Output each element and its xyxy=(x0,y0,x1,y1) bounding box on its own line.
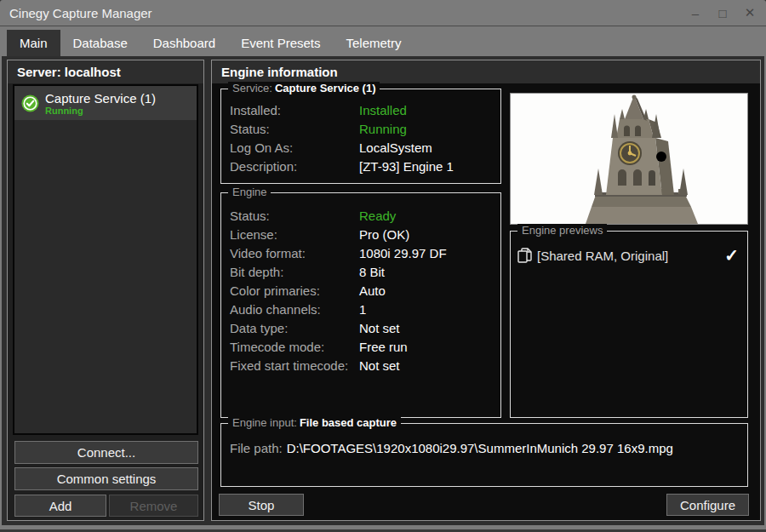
info-label: Data type: xyxy=(230,319,359,338)
maximize-icon[interactable]: □ xyxy=(713,3,732,22)
info-row-service-status: Status: Running xyxy=(230,120,500,139)
info-label: Log On As: xyxy=(230,139,359,157)
info-row-audio-channels: Audio channels: 1 xyxy=(230,300,500,319)
app-window: Cinegy Capture Manager – □ ✕ Main Databa… xyxy=(0,0,766,532)
connect-button[interactable]: Connect... xyxy=(14,441,198,464)
info-label: Installed: xyxy=(230,101,359,120)
stop-button[interactable]: Stop xyxy=(219,494,304,516)
window-controls: – □ ✕ xyxy=(686,0,759,26)
server-panel: Server: localhost Capture Service (1) Ru… xyxy=(7,60,204,521)
service-list: Capture Service (1) Running xyxy=(13,84,198,435)
tab-main[interactable]: Main xyxy=(7,30,60,56)
engine-groupbox: Engine Status: Ready License: Pro (OK) V… xyxy=(220,192,501,418)
check-icon: ✓ xyxy=(724,245,739,266)
engine-groupbox-legend: Engine xyxy=(228,186,271,198)
clock-tower-illustration xyxy=(511,94,747,224)
engine-input-groupbox: Engine input:File based capture File pat… xyxy=(220,423,748,487)
copy-page-icon xyxy=(517,248,532,264)
tab-dashboard[interactable]: Dashboard xyxy=(140,30,228,56)
add-button[interactable]: Add xyxy=(14,495,106,517)
service-legend-label: Service: xyxy=(232,82,272,94)
remove-button: Remove xyxy=(109,495,198,517)
server-panel-header: Server: localhost xyxy=(8,60,203,83)
engine-input-legend-value: File based capture xyxy=(300,416,397,429)
running-check-icon xyxy=(21,94,39,112)
info-label: Status: xyxy=(230,207,359,226)
preview-image xyxy=(510,93,748,225)
info-value: Not set xyxy=(359,319,400,338)
service-list-item[interactable]: Capture Service (1) Running xyxy=(14,86,197,120)
tab-telemetry[interactable]: Telemetry xyxy=(334,30,414,56)
info-row-fixed-start-timecode: Fixed start timecode: Not set xyxy=(230,357,500,375)
info-label: Video format: xyxy=(230,244,359,263)
close-icon[interactable]: ✕ xyxy=(740,3,759,22)
tab-database[interactable]: Database xyxy=(60,30,140,56)
tab-bar: Main Database Dashboard Event Presets Te… xyxy=(0,26,766,56)
info-row-color-primaries: Color primaries: Auto xyxy=(230,282,500,300)
engine-input-legend-label: Engine input: xyxy=(232,416,297,429)
info-label: Description: xyxy=(230,157,359,176)
engine-information-panel: Engine information Service:Capture Servi… xyxy=(211,60,761,521)
file-path-row: File path:D:\FOOTAGES\1920x1080i29.97\Su… xyxy=(230,441,747,455)
info-row-description: Description: [ZT-93] Engine 1 xyxy=(230,157,500,176)
info-label: Status: xyxy=(230,120,359,139)
info-row-logon: Log On As: LocalSystem xyxy=(230,139,500,157)
info-value: Auto xyxy=(359,282,386,300)
info-label: License: xyxy=(230,226,359,244)
info-row-timecode-mode: Timecode mode: Free run xyxy=(230,338,500,357)
info-row-video-format: Video format: 1080i 29.97 DF xyxy=(230,244,500,263)
file-path-value: D:\FOOTAGES\1920x1080i29.97\SummerInMuni… xyxy=(287,441,673,455)
info-value: Pro (OK) xyxy=(359,226,409,244)
preview-list-item[interactable]: [Shared RAM, Original] ✓ xyxy=(517,245,747,266)
configure-button[interactable]: Configure xyxy=(666,494,749,516)
service-item-name: Capture Service (1) xyxy=(45,91,156,106)
engine-previews-groupbox: Engine previews [Shared RAM, Original] ✓ xyxy=(510,231,748,418)
info-value: 1 xyxy=(359,300,366,319)
title-bar: Cinegy Capture Manager – □ ✕ xyxy=(0,0,766,26)
info-value: LocalSystem xyxy=(359,139,432,157)
engine-panel-header: Engine information xyxy=(212,60,760,83)
info-value: 1080i 29.97 DF xyxy=(359,244,447,263)
content-area: Server: localhost Capture Service (1) Ru… xyxy=(2,56,764,525)
service-item-text: Capture Service (1) Running xyxy=(45,91,156,116)
info-label: Fixed start timecode: xyxy=(230,357,359,375)
engine-previews-legend: Engine previews xyxy=(517,224,607,237)
service-legend-value: Capture Service (1) xyxy=(275,82,376,94)
info-row-data-type: Data type: Not set xyxy=(230,319,500,338)
info-label: Audio channels: xyxy=(230,300,359,319)
minimize-icon[interactable]: – xyxy=(686,3,705,22)
engine-input-legend: Engine input:File based capture xyxy=(228,416,401,429)
file-path-label: File path: xyxy=(230,441,283,455)
info-row-license: License: Pro (OK) xyxy=(230,226,500,244)
window-title: Cinegy Capture Manager xyxy=(9,6,152,20)
common-settings-button[interactable]: Common settings xyxy=(14,467,198,490)
info-value: Installed xyxy=(359,101,407,120)
info-value: [ZT-93] Engine 1 xyxy=(359,157,454,176)
info-row-installed: Installed: Installed xyxy=(230,101,500,120)
service-groupbox: Service:Capture Service (1) Installed: I… xyxy=(220,89,501,184)
info-label: Bit depth: xyxy=(230,263,359,282)
info-value: Running xyxy=(359,120,407,139)
info-label: Timecode mode: xyxy=(230,338,359,357)
info-value: 8 Bit xyxy=(359,263,385,282)
info-row-bit-depth: Bit depth: 8 Bit xyxy=(230,263,500,282)
info-value: Not set xyxy=(359,357,400,375)
service-groupbox-legend: Service:Capture Service (1) xyxy=(228,82,380,94)
info-value: Ready xyxy=(359,207,396,226)
service-item-status: Running xyxy=(45,106,156,116)
info-value: Free run xyxy=(359,338,408,357)
preview-item-label: [Shared RAM, Original] xyxy=(537,249,668,263)
tab-event-presets[interactable]: Event Presets xyxy=(228,30,333,56)
info-row-engine-status: Status: Ready xyxy=(230,207,500,226)
info-label: Color primaries: xyxy=(230,282,359,300)
